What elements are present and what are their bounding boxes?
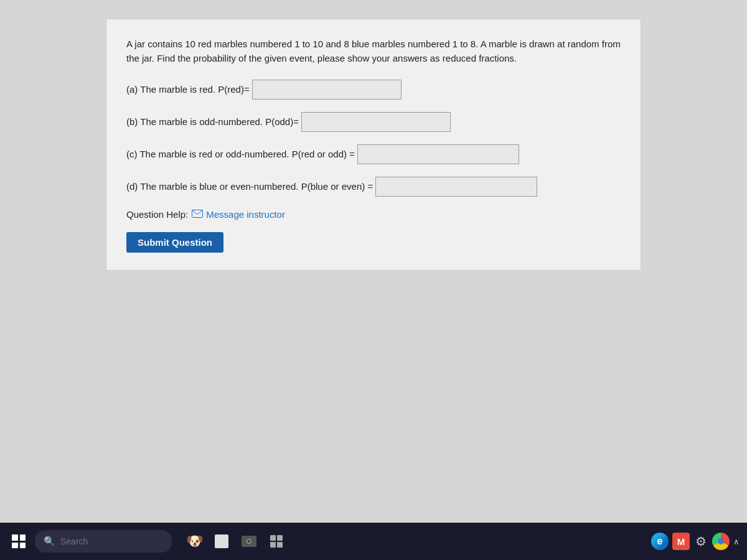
taskbar-apps: 🐶 [182, 529, 289, 554]
taskbar-right: e M ⚙ ∧ [651, 533, 740, 550]
message-instructor-text: Message instructor [206, 209, 285, 220]
chevron-up-icon[interactable]: ∧ [733, 537, 740, 546]
edge-browser-icon[interactable]: e [651, 533, 669, 550]
white-app-icon [215, 534, 228, 548]
message-instructor-link[interactable]: Message instructor [192, 209, 285, 220]
start-button[interactable] [7, 530, 30, 553]
part-c-label: (c) The marble is red or odd-numbered. P… [126, 149, 355, 159]
p-red-or-odd-input[interactable] [357, 144, 519, 164]
p-blue-or-even-input[interactable] [375, 177, 537, 197]
submit-question-button[interactable]: Submit Question [126, 232, 223, 253]
part-a-label: (a) The marble is red. P(red)= [126, 84, 250, 95]
mail-teams-icon[interactable]: M [672, 533, 690, 550]
question-card: A jar contains 10 red marbles numbered 1… [106, 19, 641, 271]
taskbar-app-pet[interactable]: 🐶 [182, 529, 207, 554]
question-help-label: Question Help: [126, 209, 188, 220]
part-b-label: (b) The marble is odd-numbered. P(odd)= [126, 116, 299, 127]
tray-icons: ∧ [733, 537, 740, 546]
part-d-label: (d) The marble is blue or even-numbered.… [126, 181, 373, 192]
search-icon: 🔍 [44, 536, 55, 547]
p-red-input[interactable] [252, 80, 402, 100]
question-part-a: (a) The marble is red. P(red)= [126, 80, 621, 100]
question-part-b: (b) The marble is odd-numbered. P(odd)= [126, 112, 621, 132]
pet-icon: 🐶 [186, 533, 203, 549]
taskbar-search-bar[interactable]: 🔍 [35, 530, 172, 553]
chrome-icon[interactable] [712, 533, 730, 550]
problem-text: A jar contains 10 red marbles numbered 1… [126, 37, 621, 66]
question-help: Question Help: Message instructor [126, 209, 621, 220]
windows-icon [12, 534, 26, 548]
question-part-d: (d) The marble is blue or even-numbered.… [126, 177, 621, 197]
taskbar-app-camera[interactable] [237, 529, 261, 554]
main-content: A jar contains 10 red marbles numbered 1… [0, 0, 747, 523]
envelope-icon [192, 209, 203, 220]
taskbar-app-white[interactable] [209, 529, 234, 554]
taskbar: 🔍 🐶 e M [0, 523, 747, 560]
question-part-c: (c) The marble is red or odd-numbered. P… [126, 144, 621, 164]
search-input[interactable] [60, 536, 160, 546]
camera-icon [242, 536, 256, 547]
p-odd-input[interactable] [301, 112, 451, 132]
taskbar-app-file[interactable] [264, 529, 289, 554]
files-icon [270, 535, 283, 548]
gear-icon[interactable]: ⚙ [693, 534, 708, 549]
